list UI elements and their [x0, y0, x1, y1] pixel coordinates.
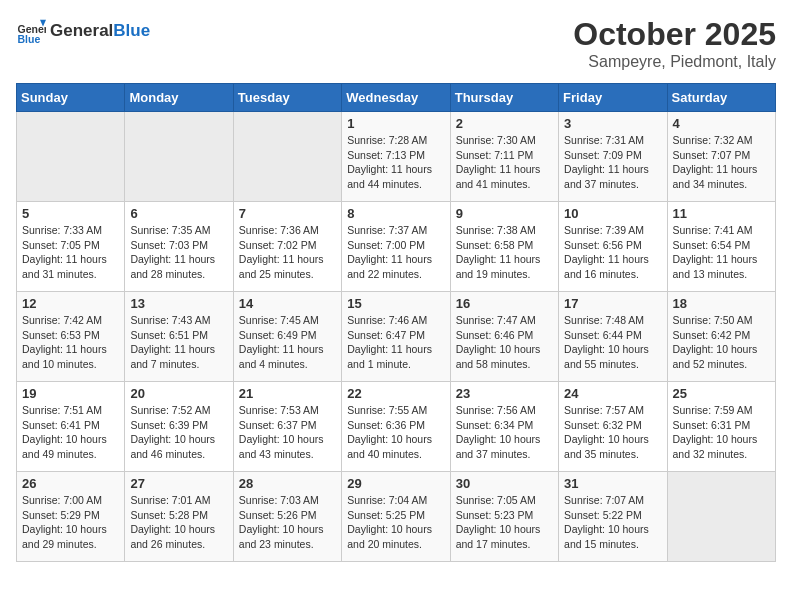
- calendar-cell: 10Sunrise: 7:39 AMSunset: 6:56 PMDayligh…: [559, 202, 667, 292]
- day-info: Sunrise: 7:33 AMSunset: 7:05 PMDaylight:…: [22, 223, 119, 282]
- calendar-cell: 31Sunrise: 7:07 AMSunset: 5:22 PMDayligh…: [559, 472, 667, 562]
- day-number: 3: [564, 116, 661, 131]
- weekday-header-wednesday: Wednesday: [342, 84, 450, 112]
- day-info: Sunrise: 7:46 AMSunset: 6:47 PMDaylight:…: [347, 313, 444, 372]
- day-info: Sunrise: 7:42 AMSunset: 6:53 PMDaylight:…: [22, 313, 119, 372]
- calendar-cell: 30Sunrise: 7:05 AMSunset: 5:23 PMDayligh…: [450, 472, 558, 562]
- day-number: 6: [130, 206, 227, 221]
- day-number: 13: [130, 296, 227, 311]
- calendar-cell: 28Sunrise: 7:03 AMSunset: 5:26 PMDayligh…: [233, 472, 341, 562]
- day-number: 12: [22, 296, 119, 311]
- day-number: 30: [456, 476, 553, 491]
- calendar-cell: 6Sunrise: 7:35 AMSunset: 7:03 PMDaylight…: [125, 202, 233, 292]
- calendar-cell: 19Sunrise: 7:51 AMSunset: 6:41 PMDayligh…: [17, 382, 125, 472]
- calendar-cell: 3Sunrise: 7:31 AMSunset: 7:09 PMDaylight…: [559, 112, 667, 202]
- day-number: 19: [22, 386, 119, 401]
- day-number: 21: [239, 386, 336, 401]
- day-number: 22: [347, 386, 444, 401]
- day-number: 5: [22, 206, 119, 221]
- day-info: Sunrise: 7:28 AMSunset: 7:13 PMDaylight:…: [347, 133, 444, 192]
- calendar-cell: 26Sunrise: 7:00 AMSunset: 5:29 PMDayligh…: [17, 472, 125, 562]
- calendar-cell: 2Sunrise: 7:30 AMSunset: 7:11 PMDaylight…: [450, 112, 558, 202]
- calendar-cell: 7Sunrise: 7:36 AMSunset: 7:02 PMDaylight…: [233, 202, 341, 292]
- location-title: Sampeyre, Piedmont, Italy: [573, 53, 776, 71]
- calendar-cell: 5Sunrise: 7:33 AMSunset: 7:05 PMDaylight…: [17, 202, 125, 292]
- day-info: Sunrise: 7:03 AMSunset: 5:26 PMDaylight:…: [239, 493, 336, 552]
- day-info: Sunrise: 7:00 AMSunset: 5:29 PMDaylight:…: [22, 493, 119, 552]
- day-number: 9: [456, 206, 553, 221]
- day-info: Sunrise: 7:35 AMSunset: 7:03 PMDaylight:…: [130, 223, 227, 282]
- day-number: 4: [673, 116, 770, 131]
- calendar-cell: 15Sunrise: 7:46 AMSunset: 6:47 PMDayligh…: [342, 292, 450, 382]
- calendar-cell: 8Sunrise: 7:37 AMSunset: 7:00 PMDaylight…: [342, 202, 450, 292]
- logo-general-text: General: [50, 21, 113, 40]
- calendar-cell: 21Sunrise: 7:53 AMSunset: 6:37 PMDayligh…: [233, 382, 341, 472]
- calendar-cell: 23Sunrise: 7:56 AMSunset: 6:34 PMDayligh…: [450, 382, 558, 472]
- day-info: Sunrise: 7:48 AMSunset: 6:44 PMDaylight:…: [564, 313, 661, 372]
- week-row-1: 1Sunrise: 7:28 AMSunset: 7:13 PMDaylight…: [17, 112, 776, 202]
- logo: General Blue GeneralBlue: [16, 16, 150, 46]
- logo-icon: General Blue: [16, 16, 46, 46]
- calendar-cell: 22Sunrise: 7:55 AMSunset: 6:36 PMDayligh…: [342, 382, 450, 472]
- week-row-3: 12Sunrise: 7:42 AMSunset: 6:53 PMDayligh…: [17, 292, 776, 382]
- day-number: 2: [456, 116, 553, 131]
- day-number: 18: [673, 296, 770, 311]
- day-info: Sunrise: 7:36 AMSunset: 7:02 PMDaylight:…: [239, 223, 336, 282]
- weekday-header-row: SundayMondayTuesdayWednesdayThursdayFrid…: [17, 84, 776, 112]
- week-row-5: 26Sunrise: 7:00 AMSunset: 5:29 PMDayligh…: [17, 472, 776, 562]
- svg-text:Blue: Blue: [18, 33, 41, 45]
- weekday-header-thursday: Thursday: [450, 84, 558, 112]
- day-number: 14: [239, 296, 336, 311]
- weekday-header-monday: Monday: [125, 84, 233, 112]
- calendar-cell: 9Sunrise: 7:38 AMSunset: 6:58 PMDaylight…: [450, 202, 558, 292]
- day-info: Sunrise: 7:05 AMSunset: 5:23 PMDaylight:…: [456, 493, 553, 552]
- logo-blue-text: Blue: [113, 21, 150, 40]
- week-row-4: 19Sunrise: 7:51 AMSunset: 6:41 PMDayligh…: [17, 382, 776, 472]
- calendar-cell: [233, 112, 341, 202]
- day-info: Sunrise: 7:38 AMSunset: 6:58 PMDaylight:…: [456, 223, 553, 282]
- day-info: Sunrise: 7:55 AMSunset: 6:36 PMDaylight:…: [347, 403, 444, 462]
- calendar-cell: 24Sunrise: 7:57 AMSunset: 6:32 PMDayligh…: [559, 382, 667, 472]
- page-header: General Blue GeneralBlue October 2025 Sa…: [16, 16, 776, 71]
- day-number: 29: [347, 476, 444, 491]
- title-section: October 2025 Sampeyre, Piedmont, Italy: [573, 16, 776, 71]
- day-number: 1: [347, 116, 444, 131]
- day-info: Sunrise: 7:52 AMSunset: 6:39 PMDaylight:…: [130, 403, 227, 462]
- month-title: October 2025: [573, 16, 776, 53]
- day-info: Sunrise: 7:30 AMSunset: 7:11 PMDaylight:…: [456, 133, 553, 192]
- day-info: Sunrise: 7:37 AMSunset: 7:00 PMDaylight:…: [347, 223, 444, 282]
- day-number: 23: [456, 386, 553, 401]
- day-number: 15: [347, 296, 444, 311]
- day-number: 24: [564, 386, 661, 401]
- calendar-cell: 16Sunrise: 7:47 AMSunset: 6:46 PMDayligh…: [450, 292, 558, 382]
- day-info: Sunrise: 7:47 AMSunset: 6:46 PMDaylight:…: [456, 313, 553, 372]
- weekday-header-saturday: Saturday: [667, 84, 775, 112]
- day-number: 20: [130, 386, 227, 401]
- day-info: Sunrise: 7:41 AMSunset: 6:54 PMDaylight:…: [673, 223, 770, 282]
- calendar-cell: 1Sunrise: 7:28 AMSunset: 7:13 PMDaylight…: [342, 112, 450, 202]
- day-number: 11: [673, 206, 770, 221]
- day-number: 28: [239, 476, 336, 491]
- week-row-2: 5Sunrise: 7:33 AMSunset: 7:05 PMDaylight…: [17, 202, 776, 292]
- day-info: Sunrise: 7:59 AMSunset: 6:31 PMDaylight:…: [673, 403, 770, 462]
- day-info: Sunrise: 7:04 AMSunset: 5:25 PMDaylight:…: [347, 493, 444, 552]
- calendar-cell: [125, 112, 233, 202]
- day-info: Sunrise: 7:53 AMSunset: 6:37 PMDaylight:…: [239, 403, 336, 462]
- day-number: 7: [239, 206, 336, 221]
- day-info: Sunrise: 7:45 AMSunset: 6:49 PMDaylight:…: [239, 313, 336, 372]
- day-info: Sunrise: 7:50 AMSunset: 6:42 PMDaylight:…: [673, 313, 770, 372]
- calendar-cell: 14Sunrise: 7:45 AMSunset: 6:49 PMDayligh…: [233, 292, 341, 382]
- day-number: 8: [347, 206, 444, 221]
- calendar-cell: 12Sunrise: 7:42 AMSunset: 6:53 PMDayligh…: [17, 292, 125, 382]
- day-info: Sunrise: 7:39 AMSunset: 6:56 PMDaylight:…: [564, 223, 661, 282]
- calendar-cell: [17, 112, 125, 202]
- calendar-table: SundayMondayTuesdayWednesdayThursdayFrid…: [16, 83, 776, 562]
- day-info: Sunrise: 7:01 AMSunset: 5:28 PMDaylight:…: [130, 493, 227, 552]
- weekday-header-tuesday: Tuesday: [233, 84, 341, 112]
- day-number: 25: [673, 386, 770, 401]
- calendar-cell: 25Sunrise: 7:59 AMSunset: 6:31 PMDayligh…: [667, 382, 775, 472]
- day-number: 10: [564, 206, 661, 221]
- calendar-cell: [667, 472, 775, 562]
- day-info: Sunrise: 7:57 AMSunset: 6:32 PMDaylight:…: [564, 403, 661, 462]
- day-info: Sunrise: 7:56 AMSunset: 6:34 PMDaylight:…: [456, 403, 553, 462]
